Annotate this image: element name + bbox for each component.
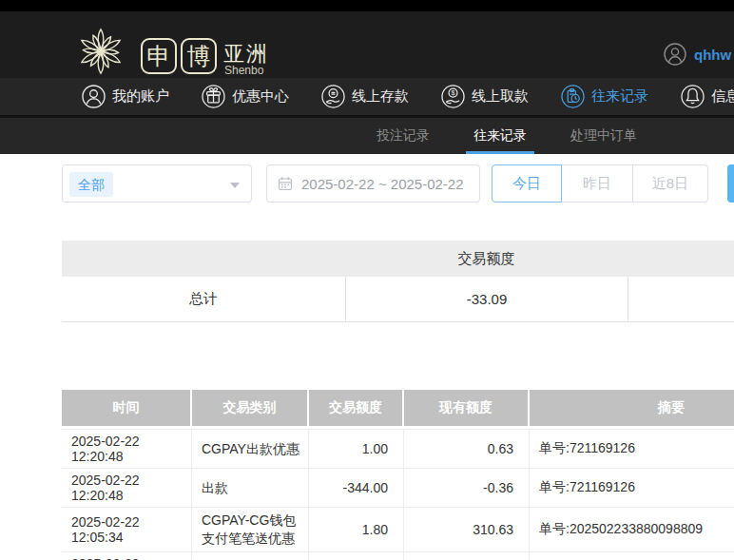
- table-row: 2025-02-22 12:05:34 CGPAY支付 300.00 308.8…: [62, 552, 734, 560]
- date-range-value: 2025-02-22 ~ 2025-02-22: [301, 176, 464, 192]
- logo-char-box-2: 博: [181, 38, 217, 74]
- transactions-table: 时间 交易类别 交易额度 现有额度 摘要 2025-02-22 12:20:48…: [62, 390, 734, 560]
- avatar-icon: [664, 43, 686, 66]
- nav-label: 信息: [711, 87, 734, 106]
- transaction-type-select[interactable]: 全部: [62, 164, 252, 203]
- summary-total-cut: [628, 277, 734, 321]
- nav-item-my-account[interactable]: 我的账户: [82, 85, 169, 108]
- summary-total-label: 总计: [62, 277, 345, 321]
- col-header-note: 摘要: [530, 390, 734, 426]
- summary-header-cut: [628, 241, 734, 277]
- cell-type: CGPAY支付: [192, 552, 309, 560]
- summary-header-row: 交易额度: [62, 241, 734, 277]
- svg-text:$: $: [451, 88, 454, 97]
- cell-time: 2025-02-22 12:20:48: [62, 430, 192, 468]
- nav-item-deposit[interactable]: 线上存款: [321, 85, 409, 108]
- today-button[interactable]: 今日: [492, 164, 562, 203]
- cell-time: 2025-02-22 12:20:48: [62, 469, 192, 507]
- sub-nav: 投注记录 往来记录 处理中订单: [0, 118, 734, 154]
- nav-label: 往来记录: [591, 87, 648, 106]
- gift-icon: [202, 85, 225, 108]
- cell-balance: 0.63: [404, 430, 530, 468]
- col-header-type: 交易类别: [192, 390, 309, 426]
- deposit-icon: [321, 85, 345, 108]
- cell-balance: 308.83: [404, 552, 530, 560]
- summary-total-row: 总计 -33.09: [62, 277, 734, 322]
- cell-note: 单号:721169126: [530, 430, 734, 468]
- nav-label: 优惠中心: [232, 87, 289, 106]
- site-header: 申 博 亚洲 Shenbo qhhw: [0, 11, 734, 78]
- search-button[interactable]: [727, 164, 734, 203]
- username-text: qhhw: [694, 47, 731, 63]
- nav-item-withdraw[interactable]: $ 线上取款: [441, 85, 529, 108]
- user-account[interactable]: qhhw: [664, 43, 731, 66]
- summary-total-value: -33.09: [345, 277, 628, 321]
- yesterday-button[interactable]: 昨日: [561, 164, 633, 203]
- brand-flower-icon: [76, 27, 126, 80]
- calendar-icon: [278, 176, 293, 191]
- table-row: 2025-02-22 12:20:48 出款 -344.00 -0.36 单号:…: [62, 469, 734, 508]
- screen: 申 博 亚洲 Shenbo qhhw 我的账户: [0, 0, 734, 560]
- nav-label: 我的账户: [112, 87, 169, 106]
- cell-amount: 300.00: [309, 552, 404, 560]
- col-header-amount: 交易额度: [309, 390, 404, 426]
- cell-type: CGPAY-CG钱包支付笔笔送优惠: [192, 508, 309, 551]
- chevron-down-icon: [230, 183, 240, 188]
- nav-label: 线上存款: [352, 87, 409, 106]
- cell-note: 单号:202502233880098809: [530, 508, 734, 551]
- nav-item-records[interactable]: 往来记录: [561, 85, 648, 108]
- summary-header-amount: 交易额度: [345, 241, 628, 277]
- logo-char-box-1: 申: [141, 38, 177, 74]
- logo-subtitle: Shenbo: [224, 64, 263, 77]
- subnav-label: 投注记录: [377, 127, 430, 145]
- table-body: 2025-02-22 12:20:48 CGPAY出款优惠 1.00 0.63 …: [62, 429, 734, 560]
- nav-item-promotions[interactable]: 优惠中心: [202, 85, 289, 108]
- summary-table: 交易额度 总计 -33.09: [62, 241, 734, 322]
- cell-balance: -0.36: [404, 469, 530, 507]
- subnav-item-transaction-records[interactable]: 往来记录: [466, 118, 534, 154]
- cell-balance: 310.63: [404, 508, 530, 551]
- logo-char-1: 申: [147, 41, 171, 72]
- cell-time: 2025-02-22 12:05:34: [62, 508, 192, 551]
- cell-amount: 1.80: [309, 508, 404, 551]
- summary-header-empty: [62, 241, 345, 277]
- col-header-time: 时间: [62, 390, 192, 426]
- table-row: 2025-02-22 12:05:34 CGPAY-CG钱包支付笔笔送优惠 1.…: [62, 508, 734, 552]
- cell-type: 出款: [192, 469, 309, 507]
- nav-item-messages[interactable]: 信息: [681, 85, 734, 108]
- cell-note: 单号:202502233880098809: [530, 552, 734, 560]
- cell-amount: 1.00: [309, 430, 404, 468]
- top-strip: [0, 0, 734, 11]
- nav-label: 线上取款: [472, 87, 529, 106]
- cell-amount: -344.00: [309, 469, 404, 507]
- main-nav: 我的账户 优惠中心: [0, 78, 734, 118]
- date-range-input[interactable]: 2025-02-22 ~ 2025-02-22: [266, 164, 480, 203]
- logo-char-2: 博: [187, 41, 211, 72]
- subnav-label: 往来记录: [473, 127, 527, 145]
- withdraw-icon: $: [441, 85, 465, 108]
- selected-type-tag[interactable]: 全部: [69, 172, 113, 197]
- cell-time: 2025-02-22 12:05:34: [62, 552, 192, 560]
- records-icon: [561, 85, 585, 108]
- subnav-item-betting-records[interactable]: 投注记录: [369, 118, 437, 154]
- cell-note: 单号:721169126: [530, 469, 734, 507]
- subnav-item-processing-orders[interactable]: 处理中订单: [563, 118, 645, 154]
- quick-date-buttons: 今日 昨日 近8日: [492, 164, 708, 203]
- table-header-row: 时间 交易类别 交易额度 现有额度 摘要: [62, 390, 734, 426]
- user-icon: [82, 85, 106, 108]
- table-row: 2025-02-22 12:20:48 CGPAY出款优惠 1.00 0.63 …: [62, 430, 734, 469]
- col-header-balance: 现有额度: [404, 390, 530, 426]
- subnav-label: 处理中订单: [570, 127, 637, 145]
- last-8-days-button[interactable]: 近8日: [632, 164, 708, 203]
- cell-type: CGPAY出款优惠: [192, 430, 309, 468]
- bell-icon: [681, 85, 705, 108]
